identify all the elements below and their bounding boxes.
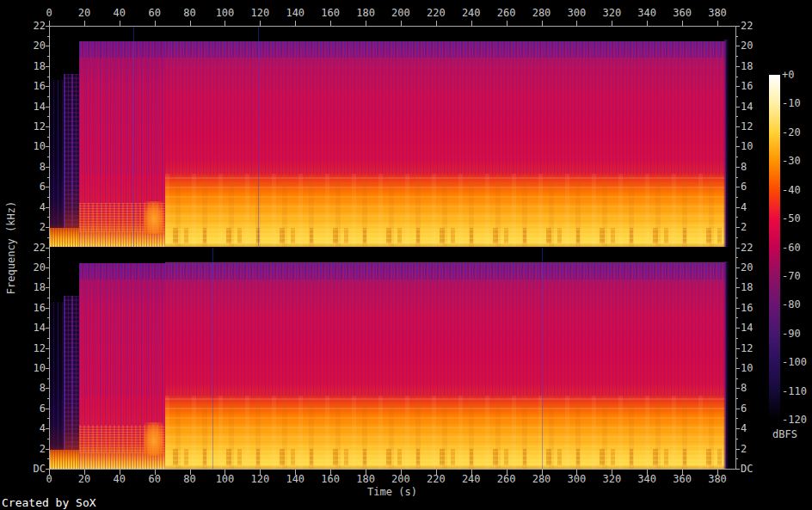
freq-tick-left bbox=[46, 328, 49, 329]
freq-tick-left bbox=[46, 207, 49, 208]
freq-minor-tick-left bbox=[47, 298, 49, 298]
freq-tick-right bbox=[736, 227, 740, 228]
spectrogram-fade-out-ch1 bbox=[723, 261, 729, 469]
time-tick-label-bottom: 120 bbox=[243, 474, 277, 485]
spectrogram-pre-section-swell-ch0 bbox=[144, 201, 164, 235]
freq-minor-tick-left bbox=[47, 116, 49, 117]
spectrogram-pre-section-swell-ch1 bbox=[144, 422, 164, 456]
time-tick-label-bottom: 100 bbox=[207, 474, 242, 485]
time-tick-label-bottom: 160 bbox=[313, 474, 348, 485]
freq-minor-tick-left bbox=[47, 458, 49, 459]
freq-tick-label-left: 20 bbox=[11, 40, 46, 52]
freq-tick-right bbox=[736, 287, 740, 288]
time-tick-label-top: 120 bbox=[243, 8, 277, 19]
freq-minor-tick-left bbox=[47, 77, 49, 77]
freq-tick-right bbox=[736, 449, 740, 450]
spectrogram-harmonic-striping-ch1 bbox=[79, 263, 726, 396]
colorbar-tick-label: -100 bbox=[782, 357, 811, 368]
freq-minor-tick-left bbox=[47, 197, 49, 198]
freq-minor-tick-right bbox=[736, 358, 738, 359]
freq-minor-tick-left bbox=[47, 278, 49, 279]
spectrogram-harmonic-rows-ch1 bbox=[165, 397, 726, 448]
freq-tick-left bbox=[46, 126, 49, 127]
time-tick-top bbox=[190, 21, 191, 26]
freq-minor-tick-right bbox=[736, 418, 738, 419]
spectrogram-intro-buildup-ch0 bbox=[64, 74, 79, 247]
spectrogram-post-audio-gap-ch0 bbox=[729, 26, 735, 248]
freq-dc-label-right: DC bbox=[741, 464, 775, 475]
freq-minor-tick-right bbox=[736, 257, 738, 258]
time-tick-top bbox=[295, 21, 296, 26]
freq-tick-left bbox=[46, 267, 49, 268]
freq-tick-left bbox=[46, 287, 49, 288]
time-tick-top bbox=[49, 21, 50, 26]
freq-minor-tick-right bbox=[736, 458, 738, 459]
time-tick-label-top: 340 bbox=[630, 8, 664, 19]
time-tick-label-bottom: 200 bbox=[384, 474, 418, 485]
time-tick-label-bottom: 240 bbox=[454, 474, 489, 485]
colorbar-unit-label: dBFS bbox=[772, 429, 797, 440]
freq-minor-tick-left bbox=[47, 96, 49, 97]
freq-tick-left bbox=[46, 409, 49, 409]
freq-tick-right bbox=[736, 469, 740, 470]
time-tick-top bbox=[120, 21, 120, 26]
freq-tick-label-left: 16 bbox=[11, 81, 46, 92]
time-tick-label-bottom: 280 bbox=[525, 474, 559, 485]
freq-tick-left bbox=[46, 187, 49, 187]
freq-tick-right bbox=[736, 328, 740, 329]
spectrogram-bass-note-glyphs-ch0 bbox=[165, 228, 726, 244]
freq-tick-left bbox=[46, 428, 49, 429]
spectrogram-harmonic-striping-ch0 bbox=[79, 42, 726, 175]
freq-minor-tick-right bbox=[736, 36, 738, 37]
freq-minor-tick-left bbox=[47, 237, 49, 238]
freq-minor-tick-left bbox=[47, 338, 49, 339]
freq-tick-right bbox=[736, 107, 740, 108]
freq-tick-left bbox=[46, 227, 49, 228]
freq-tick-label-right: 2 bbox=[741, 444, 775, 455]
time-tick-top bbox=[647, 21, 648, 26]
freq-tick-right bbox=[736, 66, 740, 67]
sox-spectrogram-window: 0204060801001201401601802002202402602803… bbox=[0, 0, 812, 510]
vertical-artifact-line-ch1 bbox=[212, 248, 213, 470]
freq-dc-label-left: DC bbox=[11, 464, 46, 475]
time-tick-label-top: 100 bbox=[207, 8, 242, 19]
colorbar-tick-label: +0 bbox=[782, 70, 811, 81]
freq-tick-label-right: 18 bbox=[741, 61, 775, 72]
time-tick-label-top: 320 bbox=[594, 8, 629, 19]
colorbar-tick-label: -110 bbox=[782, 386, 811, 397]
time-tick-label-top: 280 bbox=[525, 8, 559, 19]
freq-tick-right bbox=[736, 207, 740, 208]
time-tick-label-top: 40 bbox=[102, 8, 137, 19]
time-tick-label-bottom: 260 bbox=[489, 474, 524, 485]
freq-tick-right bbox=[736, 86, 740, 87]
freq-minor-tick-left bbox=[47, 36, 49, 37]
time-tick-label-bottom: 20 bbox=[67, 474, 102, 485]
freq-axis-title: Frequency (kHz) bbox=[6, 162, 18, 334]
freq-tick-right bbox=[736, 46, 740, 46]
freq-minor-tick-right bbox=[736, 157, 738, 157]
freq-minor-tick-right bbox=[736, 116, 738, 117]
freq-tick-label-right: 22 bbox=[741, 21, 775, 32]
time-tick-top bbox=[260, 21, 261, 26]
time-tick-label-top: 160 bbox=[313, 8, 348, 19]
time-tick-label-top: 240 bbox=[454, 8, 489, 19]
dbfs-colorbar bbox=[769, 75, 780, 420]
time-tick-label-bottom: 0 bbox=[32, 474, 66, 485]
freq-minor-tick-right bbox=[736, 338, 738, 339]
freq-tick-right bbox=[736, 167, 740, 168]
freq-minor-tick-right bbox=[736, 378, 738, 379]
time-tick-top bbox=[366, 21, 366, 26]
freq-tick-left bbox=[46, 308, 49, 309]
colorbar-tick-label: -120 bbox=[782, 415, 811, 426]
freq-minor-tick-left bbox=[47, 358, 49, 359]
freq-tick-left bbox=[46, 46, 49, 46]
colorbar-tick-label: -80 bbox=[782, 299, 811, 310]
spectrogram-fade-out-ch0 bbox=[723, 40, 729, 247]
freq-minor-tick-left bbox=[47, 418, 49, 419]
freq-tick-right bbox=[736, 126, 740, 127]
spectrogram-intro-bass-ch1 bbox=[49, 450, 79, 469]
time-tick-label-top: 200 bbox=[384, 8, 418, 19]
freq-minor-tick-left bbox=[47, 157, 49, 157]
freq-minor-tick-right bbox=[736, 56, 738, 57]
spectrogram-plot bbox=[49, 26, 735, 469]
